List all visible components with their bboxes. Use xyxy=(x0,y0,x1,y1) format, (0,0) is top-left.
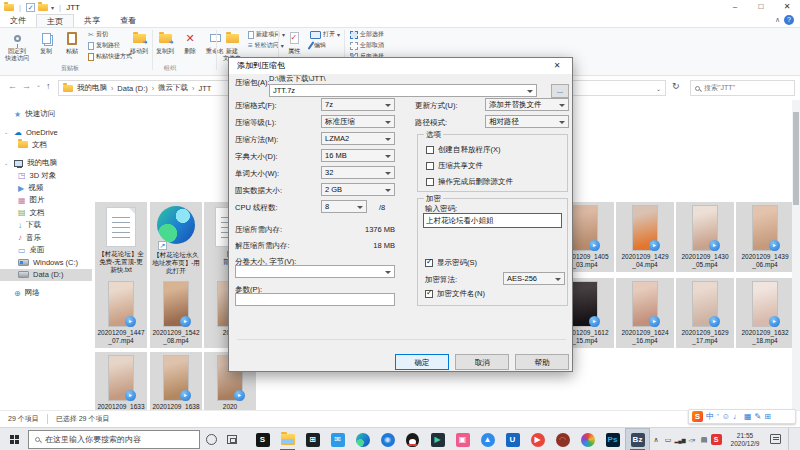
update-mode-combo[interactable]: 添加并替换文件 xyxy=(485,98,569,111)
up-button[interactable]: ↑ xyxy=(46,81,51,91)
sidebar-item--[interactable]: ▤文档 xyxy=(0,207,92,219)
taskbar-search-input[interactable]: 在这里输入你要搜索的内容 xyxy=(28,430,200,449)
maximize-button[interactable]: □ xyxy=(748,0,774,14)
refresh-icon[interactable]: ↻ xyxy=(672,81,680,91)
move-to-button[interactable]: ➜ 移动到 xyxy=(127,30,151,55)
parameters-input[interactable] xyxy=(235,293,395,306)
tray-network-icon[interactable]: ▂▄▆ xyxy=(674,428,686,450)
sidebar-item--[interactable]: ↓下载 xyxy=(0,219,92,231)
taskbar-app-archiver-icon[interactable]: Bz xyxy=(625,428,650,450)
volume-size-combo[interactable] xyxy=(235,265,395,278)
encryption-method-combo[interactable]: AES-256 xyxy=(503,272,565,285)
sidebar-item--[interactable]: ⌄我的电脑 xyxy=(0,157,92,169)
taskbar-app-maroon-app-icon[interactable]: ◠ xyxy=(550,428,575,450)
open-button[interactable]: 打开 ▾ xyxy=(310,30,340,39)
dialog-field-combo[interactable]: 7z xyxy=(321,98,395,111)
taskbar-app-explorer-icon[interactable] xyxy=(275,428,300,450)
vertical-scrollbar[interactable] xyxy=(792,100,800,410)
show-desktop-button[interactable] xyxy=(788,428,789,450)
scrollbar-thumb[interactable] xyxy=(793,112,799,205)
sidebar-item--[interactable]: ★快速访问 xyxy=(0,108,92,120)
start-button[interactable] xyxy=(0,428,28,450)
browse-button[interactable]: ... xyxy=(551,84,569,98)
file-item[interactable]: ↗【村花论坛永久地址发布页】-用此打开 xyxy=(150,202,202,284)
sogou-mode-icon[interactable]: 中 xyxy=(706,410,714,423)
file-item[interactable]: ▸20201209_1629_17.mp4 xyxy=(676,278,734,348)
properties-quick-icon[interactable]: ✓ xyxy=(26,3,35,12)
paste-button[interactable]: 粘贴 xyxy=(60,30,84,55)
archive-name-combo[interactable]: JTT.7z xyxy=(269,84,537,97)
help-icon[interactable]: ? xyxy=(784,15,794,25)
dialog-field-combo[interactable]: 16 MB xyxy=(321,149,395,162)
tray-sogou-tray-icon[interactable]: S xyxy=(710,428,722,450)
ribbon-collapse-icon[interactable]: ∧ xyxy=(775,16,780,24)
copy-to-button[interactable]: ➜ 复制到 xyxy=(153,30,177,55)
close-button[interactable]: ✕ xyxy=(774,0,800,14)
sogou-skin-icon[interactable]: ✎ xyxy=(755,410,762,423)
crumb-jtt[interactable]: JTT xyxy=(198,84,211,93)
sogou-keyboard-icon[interactable]: ▦ xyxy=(744,410,752,423)
sogou-toolbox-icon[interactable]: ⊞ xyxy=(764,410,771,423)
select-none-button[interactable]: 全部取消 xyxy=(350,41,384,50)
sidebar-item--[interactable]: ⊕网络 xyxy=(0,287,92,299)
taskbar-app-edge-icon[interactable] xyxy=(350,428,375,450)
file-item[interactable]: ▸20201209_1542_08.mp4 xyxy=(150,278,202,348)
tab-home[interactable]: 主页 xyxy=(36,14,74,27)
file-item[interactable]: ▸20201209_1430_05.mp4 xyxy=(676,202,734,272)
sidebar-item--[interactable]: 文档 xyxy=(0,139,92,151)
recent-locations-caret-icon[interactable]: ⌄ xyxy=(36,81,41,88)
taskbar-app-store-icon[interactable]: ⊞ xyxy=(300,428,325,450)
file-item[interactable]: ▸20201209_1429_04.mp4 xyxy=(616,202,674,272)
path-mode-combo[interactable]: 相对路径 xyxy=(485,115,569,128)
taskbar-app-s-app-icon[interactable]: S xyxy=(250,428,275,450)
sogou-emoji-icon[interactable]: ☺ xyxy=(722,410,730,423)
minimize-button[interactable]: – xyxy=(722,0,748,14)
taskbar-app-ps-icon[interactable]: Ps xyxy=(600,428,625,450)
taskbar-app-player-icon[interactable]: ▶ xyxy=(425,428,450,450)
sidebar-item-windows-c-[interactable]: Windows (C:) xyxy=(0,256,92,268)
taskbar-app-mail-icon[interactable]: ✉ xyxy=(325,428,350,450)
taskbar-clock[interactable]: 21:55 2020/12/9 xyxy=(722,428,768,450)
show-password-checkbox[interactable]: ✓ 显示密码(S) xyxy=(425,258,477,268)
dialog-field-combo[interactable]: 8 xyxy=(321,200,367,213)
sogou-logo-icon[interactable]: S xyxy=(692,411,703,422)
sidebar-item-data-d-[interactable]: Data (D:) xyxy=(0,269,92,281)
file-item[interactable]: ▸20201209_1632_18.mp4 xyxy=(736,278,794,348)
address-dropdown-icon[interactable]: ⌄ xyxy=(656,85,661,92)
sidebar-item--[interactable]: ♪音乐 xyxy=(0,232,92,244)
option-checkbox[interactable]: ✓操作完成后删除源文件 xyxy=(426,177,513,187)
encrypt-filenames-checkbox[interactable]: ✓ 加密文件名(N) xyxy=(425,289,485,299)
select-all-button[interactable]: 全部选择 xyxy=(350,30,384,39)
sidebar-item-onedrive[interactable]: ⌄☁OneDrive xyxy=(0,126,92,138)
sidebar-item--[interactable]: ▶视频 xyxy=(0,182,92,194)
sidebar-item--[interactable]: ▭桌面 xyxy=(0,244,92,256)
taskbar-app-u-app-icon[interactable]: U xyxy=(500,428,525,450)
expander-icon[interactable]: ⌄ xyxy=(4,129,8,135)
taskbar-app-netdisk-icon[interactable]: ▲ xyxy=(475,428,500,450)
crumb-this-pc[interactable]: 我的电脑 xyxy=(77,83,107,93)
copy-button[interactable]: 复制 xyxy=(34,30,58,55)
dialog-field-combo[interactable]: 标准压缩 xyxy=(321,115,395,128)
new-item-button[interactable]: 新建项目 ▾ xyxy=(248,30,285,39)
file-item[interactable]: ▸20201209_1624_16.mp4 xyxy=(616,278,674,348)
cortana-icon[interactable] xyxy=(206,434,217,445)
expander-icon[interactable]: ⌄ xyxy=(4,160,8,166)
taskbar-app-pinwheel-icon[interactable] xyxy=(575,428,600,450)
ok-button[interactable]: 确定 xyxy=(395,354,449,370)
task-view-icon[interactable] xyxy=(227,435,237,444)
dialog-field-combo[interactable]: 32 xyxy=(321,166,395,179)
tray-hidden-icons-icon[interactable]: ∧ xyxy=(650,428,662,450)
pin-to-quick-access-button[interactable]: 固定到快速访问 xyxy=(2,30,32,62)
copy-path-button[interactable]: 复制路径 xyxy=(88,41,120,50)
sogou-punct-icon[interactable]: ’ xyxy=(717,410,719,423)
properties-button[interactable]: ✓ 属性 xyxy=(282,30,306,55)
action-center-icon[interactable] xyxy=(770,434,781,444)
taskbar-app-qq-icon[interactable] xyxy=(400,428,425,450)
tray-ime-icon[interactable]: ▤ xyxy=(698,428,710,450)
paste-shortcut-button[interactable]: 粘贴快捷方式 xyxy=(88,52,132,61)
taskbar-app-video-red-icon[interactable]: ▶ xyxy=(525,428,550,450)
new-folder-quick-icon[interactable] xyxy=(38,4,48,11)
sidebar-item-3d-[interactable]: ◳3D 对象 xyxy=(0,170,92,182)
option-checkbox[interactable]: ✓创建自释放程序(X) xyxy=(426,145,501,155)
cut-button[interactable]: ✂剪切 xyxy=(88,30,108,39)
